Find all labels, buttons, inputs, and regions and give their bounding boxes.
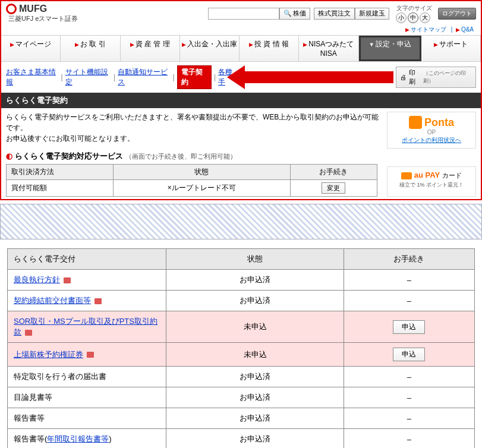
aupay-panel: au PAY カード 積立で 1% ポイント還元！	[387, 166, 476, 197]
service-title: ◐ らくらく電子契約対応サービス （画面でお手続き後、即ご利用可能）	[1, 149, 481, 164]
edelivery-status: お申込済	[166, 270, 344, 291]
edelivery-status: 未申込	[166, 311, 344, 343]
aupay-sub: 積立で 1% ポイント還元！	[391, 181, 472, 189]
ponta-face-icon	[409, 116, 422, 129]
callout-arrow	[245, 71, 393, 83]
edelivery-status: 未申込	[166, 343, 344, 367]
print-note: （このページの印刷）	[423, 70, 472, 85]
new-position-button[interactable]: 新規建玉	[355, 8, 389, 20]
nav-asset[interactable]: ▶資 産 管 理	[121, 36, 180, 61]
ponta-op: OP	[391, 129, 472, 135]
stock-order-button[interactable]: 株式買注文	[314, 8, 355, 20]
search-input[interactable]	[208, 8, 279, 20]
print-button[interactable]: 🖨 印刷 （このページの印刷）	[396, 67, 476, 88]
edelivery-action: –	[344, 387, 474, 408]
font-size-large[interactable]: 大	[420, 12, 430, 23]
ponta-link[interactable]: ポイントの利用状況へ	[402, 137, 461, 143]
printer-icon: 🖨	[400, 74, 407, 81]
edelivery-link[interactable]: 契約締結前交付書面等	[14, 296, 91, 305]
t2-h3: お手続き	[344, 249, 474, 270]
sublink-site[interactable]: サイト機能設定	[65, 67, 111, 87]
nav-support[interactable]: ▶サポート	[421, 36, 481, 61]
edelivery-row: 契約締結前交付書面等 お申込済–	[8, 291, 475, 311]
edelivery-label: 報告書等	[8, 408, 166, 429]
sublink-basic[interactable]: お客さま基本情報	[6, 67, 58, 87]
edelivery-link[interactable]: SOR取引・MSプール取引及びPTS取引約款	[14, 317, 157, 336]
edelivery-row: 報告書等お申込済–	[8, 408, 475, 429]
edelivery-link[interactable]: 最良執行方針	[14, 275, 60, 284]
pdf-icon	[94, 298, 102, 304]
intro-text: らくらく電子契約サービスをご利用いただきますと、署名や書類提出が不要で、WEB上…	[6, 112, 382, 149]
main-nav: ▶マイページ ▶お 取 引 ▶資 産 管 理 ▶入出金・入出庫 ▶投 資 情 報…	[1, 35, 481, 62]
apply-button[interactable]: 申込	[393, 348, 425, 361]
font-size-small[interactable]: 小	[396, 12, 407, 23]
aupay-logo: au PAY	[414, 171, 440, 179]
t1-h2: 状態	[114, 165, 291, 180]
edelivery-row: 上場新株予約権証券 未申込申込	[8, 343, 475, 367]
change-button[interactable]: 変更	[322, 182, 345, 194]
sublink-econtract[interactable]: 電子契約	[177, 65, 212, 89]
sitemap-row: ▶サイトマップ | ▶Q&A	[1, 26, 481, 35]
logout-wrap: ログアウト	[438, 8, 476, 20]
t2-h2: 状態	[166, 249, 344, 270]
sublinks: お客さま基本情報| サイト機能設定| 自動通知サービス| 電子契約| 各種手 🖨…	[1, 62, 481, 93]
edelivery-row: 最良執行方針 お申込済–	[8, 270, 475, 291]
header: MUFG 三菱UFJ eスマート証券 🔍株価 株式買注文 新規建玉 文字のサイズ…	[1, 1, 481, 26]
bottom-panel: らくらく電子交付 状態 お手続き 最良執行方針 お申込済–契約締結前交付書面等 …	[0, 248, 482, 448]
edelivery-row: 特定取引を行う者の届出書お申込済–	[8, 367, 475, 387]
ponta-panel: Ponta OP ポイントの利用状況へ	[387, 112, 476, 149]
apply-button[interactable]: 申込	[393, 320, 425, 334]
brand-sub: 三菱UFJ eスマート証券	[8, 14, 78, 23]
card-icon	[401, 172, 412, 179]
top-panel: MUFG 三菱UFJ eスマート証券 🔍株価 株式買注文 新規建玉 文字のサイズ…	[0, 0, 482, 200]
edelivery-status: お申込済	[166, 408, 344, 429]
edelivery-status: お申込済	[166, 367, 344, 387]
nav-invest[interactable]: ▶投 資 情 報	[240, 36, 299, 61]
pdf-icon	[87, 352, 94, 358]
logout-button[interactable]: ログアウト	[438, 8, 476, 20]
qa-link[interactable]: Q&A	[461, 26, 474, 33]
nav-mypage[interactable]: ▶マイページ	[1, 36, 61, 61]
edelivery-action: –	[344, 429, 474, 449]
edelivery-action: –	[344, 367, 474, 387]
sublink-auto[interactable]: 自動通知サービス	[118, 67, 170, 87]
nav-settings[interactable]: ▼設定・申込	[359, 36, 421, 61]
edelivery-table: らくらく電子交付 状態 お手続き 最良執行方針 お申込済–契約締結前交付書面等 …	[7, 248, 475, 448]
search-box: 🔍株価	[208, 8, 310, 20]
logo-block: MUFG 三菱UFJ eスマート証券	[6, 4, 78, 23]
nav-inout[interactable]: ▶入出金・入出庫	[180, 36, 240, 61]
section-title-bar: らくらく電子契約	[1, 93, 481, 108]
edelivery-action: –	[344, 270, 474, 291]
search-icon: 🔍	[283, 10, 292, 17]
stock-price-button[interactable]: 🔍株価	[279, 8, 310, 20]
nav-nisa[interactable]: ▶NISAつみたてNISA	[299, 36, 358, 61]
edelivery-label: 目論見書等	[8, 387, 166, 408]
pdf-icon	[25, 330, 32, 336]
section-divider	[0, 204, 482, 239]
brand-name: MUFG	[19, 4, 47, 14]
edelivery-status: お申込済	[166, 291, 344, 311]
edelivery-row: SOR取引・MSプール取引及びPTS取引約款 未申込申込	[8, 311, 475, 343]
t2-h1: らくらく電子交付	[8, 249, 166, 270]
sitemap-link[interactable]: サイトマップ	[411, 26, 446, 33]
edelivery-status: お申込済	[166, 429, 344, 449]
mufg-ring-icon	[6, 4, 17, 14]
edelivery-link[interactable]: 上場新株予約権証券	[14, 350, 83, 359]
settlement-table: 取引決済方法 状態 お手続き 買付可能額 ×ループトレード不可 変更	[6, 164, 377, 197]
edelivery-link[interactable]: 年間取引報告書等	[47, 434, 109, 443]
t1-h3: お手続き	[290, 165, 377, 180]
font-size-medium[interactable]: 中	[408, 12, 418, 23]
aupay-card: カード	[442, 172, 462, 179]
nav-trade[interactable]: ▶お 取 引	[61, 36, 120, 61]
edelivery-action: –	[344, 291, 474, 311]
ponta-name: Ponta	[424, 116, 454, 129]
edelivery-row: 目論見書等お申込済–	[8, 387, 475, 408]
t1-h1: 取引決済方法	[7, 165, 114, 180]
edelivery-row: 報告書等(年間取引報告書等)お申込済–	[8, 429, 475, 449]
t1-r1c1: 買付可能額	[7, 180, 114, 197]
font-size-label: 文字のサイズ	[396, 4, 432, 12]
t1-r1c2: ×ループトレード不可	[114, 180, 291, 197]
edelivery-action: –	[344, 408, 474, 429]
edelivery-label: 特定取引を行う者の届出書	[8, 367, 166, 387]
pdf-icon	[64, 277, 71, 283]
